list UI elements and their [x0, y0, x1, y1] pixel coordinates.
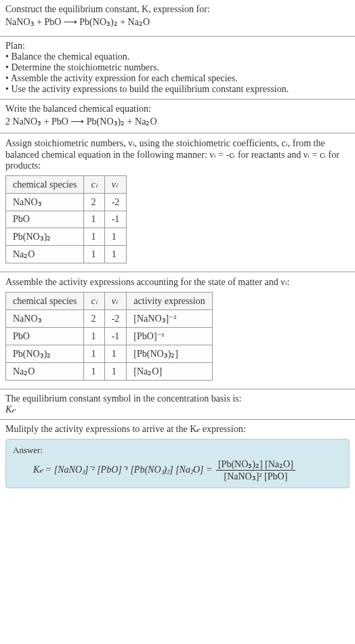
table-header-row: chemical species cᵢ νᵢ activity expressi… — [6, 293, 213, 310]
answer-expression: K𝒸 = [NaNO₃]⁻² [PbO]⁻¹ [Pb(NO₃)₂] [Na₂O]… — [13, 458, 342, 482]
cell-activity: [NaNO₃]⁻² — [127, 310, 212, 328]
answer-fraction: [Pb(NO₃)₂] [Na₂O] [NaNO₃]² [PbO] — [216, 458, 295, 482]
cell-activity: [PbO]⁻¹ — [127, 328, 212, 345]
intro-equation: NaNO₃ + PbO ⟶ Pb(NO₃)₂ + Na₂O — [5, 16, 350, 28]
plan-item-3: • Assemble the activity expression for e… — [5, 73, 350, 84]
intro-line: Construct the equilibrium constant, K, e… — [5, 4, 350, 15]
activity-section: Assemble the activity expressions accoun… — [0, 272, 355, 389]
answer-lhs: K𝒸 = [NaNO₃]⁻² [PbO]⁻¹ [Pb(NO₃)₂] [Na₂O]… — [33, 465, 215, 475]
cell-vi: 1 — [104, 246, 127, 263]
cell-vi: -1 — [104, 328, 127, 345]
col-ci: cᵢ — [84, 176, 104, 194]
plan-item-2: • Determine the stoichiometric numbers. — [5, 62, 350, 73]
balanced-equation: 2 NaNO₃ + PbO ⟶ Pb(NO₃)₂ + Na₂O — [5, 116, 350, 127]
answer-box: Answer: K𝒸 = [NaNO₃]⁻² [PbO]⁻¹ [Pb(NO₃)₂… — [5, 439, 350, 488]
cell-ci: 2 — [84, 310, 104, 328]
cell-vi: -2 — [104, 194, 127, 211]
cell-species: Na₂O — [6, 363, 84, 381]
cell-species: NaNO₃ — [6, 194, 84, 211]
table-row: Pb(NO₃)₂ 1 1 — [6, 228, 127, 246]
symbol-heading: The equilibrium constant symbol in the c… — [5, 393, 350, 404]
col-vi: νᵢ — [104, 176, 127, 194]
activity-table: chemical species cᵢ νᵢ activity expressi… — [5, 292, 213, 381]
plan-section: Plan: • Balance the chemical equation. •… — [0, 36, 355, 99]
stoich-heading: Assign stoichiometric numbers, νᵢ, using… — [5, 137, 350, 171]
cell-species: PbO — [6, 328, 84, 345]
fraction-denominator: [NaNO₃]² [PbO] — [216, 471, 295, 482]
cell-ci: 1 — [84, 246, 104, 263]
cell-species: NaNO₃ — [6, 310, 84, 328]
table-row: PbO 1 -1 — [6, 211, 127, 228]
table-row: NaNO₃ 2 -2 [NaNO₃]⁻² — [6, 310, 213, 328]
col-activity: activity expression — [127, 293, 212, 310]
fraction-numerator: [Pb(NO₃)₂] [Na₂O] — [216, 458, 295, 471]
table-header-row: chemical species cᵢ νᵢ — [6, 176, 127, 194]
cell-ci: 1 — [84, 211, 104, 228]
table-row: PbO 1 -1 [PbO]⁻¹ — [6, 328, 213, 345]
col-ci: cᵢ — [84, 293, 104, 310]
cell-activity: [Pb(NO₃)₂] — [127, 345, 212, 363]
cell-ci: 1 — [84, 228, 104, 246]
cell-vi: 1 — [104, 228, 127, 246]
activity-heading: Assemble the activity expressions accoun… — [5, 276, 350, 288]
table-row: Pb(NO₃)₂ 1 1 [Pb(NO₃)₂] — [6, 345, 213, 363]
cell-species: PbO — [6, 211, 84, 228]
balanced-section: Write the balanced chemical equation: 2 … — [0, 99, 355, 133]
intro-block: Construct the equilibrium constant, K, e… — [0, 0, 355, 36]
table-row: Na₂O 1 1 — [6, 246, 127, 263]
cell-ci: 1 — [84, 345, 104, 363]
symbol-section: The equilibrium constant symbol in the c… — [0, 389, 355, 419]
cell-vi: 1 — [104, 345, 127, 363]
stoich-section: Assign stoichiometric numbers, νᵢ, using… — [0, 133, 355, 272]
table-row: Na₂O 1 1 [Na₂O] — [6, 363, 213, 381]
multiply-section: Mulitply the activity expressions to arr… — [0, 419, 355, 499]
col-species: chemical species — [6, 176, 84, 194]
col-species: chemical species — [6, 293, 84, 310]
symbol-value: K𝒸 — [5, 404, 350, 415]
plan-item-4: • Use the activity expressions to build … — [5, 84, 350, 95]
cell-activity: [Na₂O] — [127, 363, 212, 381]
plan-heading: Plan: — [5, 41, 350, 51]
cell-ci: 1 — [84, 363, 104, 381]
plan-item-1: • Balance the chemical equation. — [5, 51, 350, 62]
answer-label: Answer: — [13, 445, 342, 456]
cell-ci: 2 — [84, 194, 104, 211]
cell-vi: -2 — [104, 310, 127, 328]
cell-species: Pb(NO₃)₂ — [6, 345, 84, 363]
cell-species: Na₂O — [6, 246, 84, 263]
table-row: NaNO₃ 2 -2 — [6, 194, 127, 211]
cell-vi: 1 — [104, 363, 127, 381]
stoich-table: chemical species cᵢ νᵢ NaNO₃ 2 -2 PbO 1 … — [5, 175, 127, 263]
cell-species: Pb(NO₃)₂ — [6, 228, 84, 246]
multiply-heading: Mulitply the activity expressions to arr… — [5, 424, 350, 435]
cell-vi: -1 — [104, 211, 127, 228]
balanced-heading: Write the balanced chemical equation: — [5, 104, 350, 114]
cell-ci: 1 — [84, 328, 104, 345]
col-vi: νᵢ — [104, 293, 127, 310]
